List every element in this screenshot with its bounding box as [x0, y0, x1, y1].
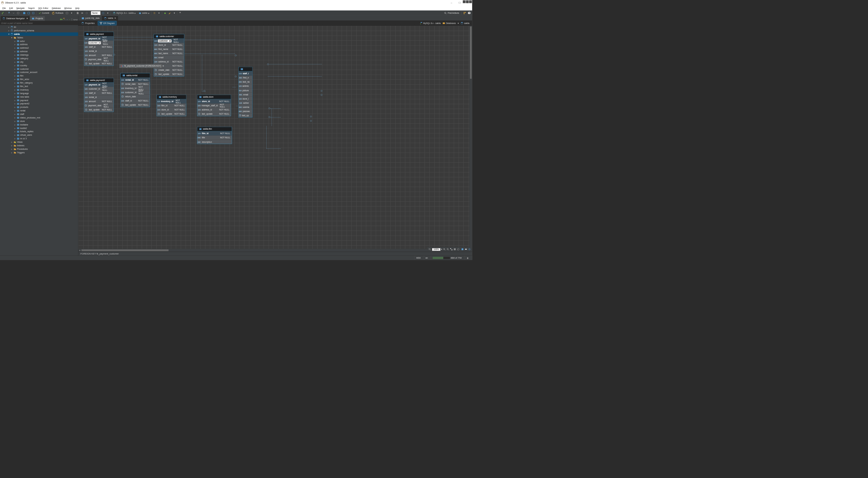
tree-row[interactable]: ▹language — [0, 92, 78, 95]
tool-icon[interactable] — [85, 11, 89, 15]
entity-column[interactable]: 123store_idNOT NULL — [157, 108, 186, 112]
entity-column[interactable]: 123customer_idNOT NULL — [154, 39, 184, 43]
entity-column[interactable]: 123rental_id — [84, 49, 113, 53]
close-icon[interactable]: ✕ — [26, 17, 28, 20]
zoom-fit-icon[interactable] — [428, 248, 431, 251]
entity-header[interactable]: sakila.inventory — [157, 95, 186, 99]
er-diagram-tab[interactable]: ER Diagram — [98, 21, 117, 25]
nav-undo-icon[interactable] — [63, 17, 66, 21]
list-icon[interactable] — [153, 11, 156, 15]
menu-navigate[interactable]: Navigate — [15, 7, 26, 10]
navigator-tab[interactable]: Database Navigator✕ — [1, 16, 29, 21]
zoom-in-icon[interactable] — [443, 248, 446, 251]
tree-row[interactable]: ▹film_category — [0, 81, 78, 85]
entity-column[interactable]: 123film_idNOT NULL — [197, 131, 232, 136]
avatar-icon[interactable] — [467, 11, 471, 15]
history-icon[interactable] — [101, 11, 105, 15]
entity-header[interactable]: sakila.payment — [84, 32, 113, 36]
entity-column[interactable]: last_updateNOT NULL — [84, 61, 113, 66]
menu-search[interactable]: Search — [27, 7, 36, 10]
er-canvas[interactable]: sakila.payment123payment_idNOT NULL123cu… — [79, 26, 472, 252]
entity-column[interactable]: ABClast_na — [239, 80, 252, 84]
entity-column[interactable]: 123addres — [239, 84, 252, 88]
tree-row[interactable]: ▹Triggers — [0, 151, 78, 154]
entity-column[interactable]: 123rental_id — [84, 95, 113, 99]
tree-row[interactable]: ▹products — [0, 106, 78, 109]
nav-min-icon[interactable]: ▭ — [73, 18, 75, 21]
tree-row[interactable]: ▹Views — [0, 140, 78, 144]
nav-max-icon[interactable]: ▭ — [75, 18, 78, 21]
zoom-input[interactable] — [432, 248, 440, 251]
entity-column[interactable]: 123amountNOT NULL — [84, 53, 113, 57]
status-lang[interactable]: en — [424, 256, 430, 260]
entity-column[interactable]: 123customer_idNOT NULL — [84, 87, 113, 91]
nav-new-icon[interactable]: ✚▾ — [60, 18, 63, 21]
tree-row[interactable]: ▹film_actor — [0, 78, 78, 81]
print-diagram-icon[interactable] — [464, 248, 467, 251]
menu-sql-editor[interactable]: SQL Editor — [37, 7, 50, 10]
tree-row[interactable]: ▹new table — [0, 95, 78, 99]
entity-rental[interactable]: sakila.rental123rental_idNOT NULLrental_… — [120, 73, 150, 107]
nav-menu-icon[interactable]: ⋮ — [71, 18, 73, 21]
tree-row[interactable]: ▹store — [0, 119, 78, 123]
entity-column[interactable]: 123payment_idNOT NULL — [84, 36, 113, 41]
entity-column[interactable]: payment_dateNOT NULL — [84, 57, 113, 61]
tree-row[interactable]: ▹bitstrings — [0, 53, 78, 57]
entity-column[interactable]: create_dateNOT NULL — [154, 68, 184, 72]
entity-column[interactable]: 123store_idNOT NULL — [197, 99, 231, 103]
entity-header[interactable]: sakila.film — [197, 127, 232, 131]
zoom-out-icon[interactable] — [446, 248, 450, 251]
nav-forward-icon[interactable]: → — [66, 18, 68, 21]
entity-column[interactable]: payment_dateNOT NULL — [84, 103, 113, 108]
entity-staff[interactable]: 123staff_iABCfirst_nABClast_na123addres0… — [239, 67, 252, 118]
entity-header[interactable]: sakila.store — [197, 95, 231, 99]
pencil-drop-icon[interactable]: ▾ — [172, 11, 176, 15]
entity-column[interactable]: 123staff_idNOT NULL — [121, 99, 150, 103]
editor-tab-sakila[interactable]: sakila ✕ — [102, 16, 118, 21]
crumb-sakila[interactable]: sakila — [461, 22, 469, 25]
tree-row[interactable]: ▹customer — [0, 67, 78, 71]
rollback-button[interactable]: Rollback — [51, 11, 64, 15]
tree-row[interactable]: ▹lm — [0, 25, 78, 29]
entity-column[interactable]: 123staff_idNOT NULL — [84, 91, 113, 95]
settings-icon[interactable] — [468, 248, 471, 251]
entity-column[interactable]: 123payment_idNOT NULL — [84, 83, 113, 87]
tree-row[interactable]: ▹address — [0, 43, 78, 47]
grid-icon[interactable] — [454, 248, 456, 251]
tree-row[interactable]: ▹payment2 — [0, 102, 78, 106]
history-drop-icon[interactable]: ▾ — [105, 11, 110, 15]
tree-row[interactable]: ▹adresse — [0, 50, 78, 54]
tree-row[interactable]: ▹tickets_replies — [0, 130, 78, 133]
navigator-search[interactable] — [0, 21, 78, 25]
tree-row[interactable]: ▹film — [0, 74, 78, 78]
commit-button[interactable]: Commit — [37, 11, 50, 15]
connection-selector[interactable]: MySQL 8.x - sakila ▾ — [112, 11, 137, 14]
entity-column[interactable]: 123store_i — [239, 96, 252, 100]
vertical-scrollbar[interactable] — [469, 26, 472, 249]
tree-row[interactable]: ▹virtual_users — [0, 133, 78, 137]
entity-payment2[interactable]: sakila.payment2123payment_idNOT NULL123c… — [84, 78, 114, 112]
tree-row[interactable]: ▾Tables — [0, 36, 78, 39]
tree-row[interactable]: ▹city — [0, 60, 78, 64]
menu-window[interactable]: Window — [63, 7, 73, 10]
entity-column[interactable]: 123rental_idNOT NULL — [121, 78, 150, 82]
entity-inventory[interactable]: sakila.inventory123inventory_idNOT NULL1… — [157, 95, 186, 116]
print-icon[interactable] — [80, 11, 84, 15]
entity-column[interactable]: ABCemail — [154, 55, 184, 60]
entity-column[interactable]: 010picture — [239, 88, 252, 92]
tree-row[interactable]: ▹country — [0, 64, 78, 67]
entity-column[interactable]: ABCfirst_nameNOT NULL — [154, 47, 184, 51]
entity-payment[interactable]: sakila.payment123payment_idNOT NULL123cu… — [84, 32, 114, 66]
entity-column[interactable]: 123inventory_idNOT NULL — [121, 86, 150, 90]
entity-column[interactable]: last_updateNOT NULL — [84, 108, 113, 112]
entity-column[interactable]: 123store_idNOT NULL — [154, 43, 184, 47]
navigator-tree[interactable]: ▹lm▹performance_schema▾sakila▾Tables▹act… — [0, 25, 78, 256]
horizontal-scrollbar[interactable]: ◂ — [79, 249, 472, 252]
new-connection-icon[interactable] — [1, 11, 5, 15]
menu-database[interactable]: Database — [51, 7, 62, 10]
nav-back-icon[interactable]: → — [68, 18, 71, 21]
tree-row[interactable]: ▹rental — [0, 109, 78, 113]
entity-column[interactable]: ABCuserna — [239, 105, 252, 109]
isolation-combo[interactable]: None — [91, 11, 100, 15]
entity-column[interactable]: rental_dateNOT NULL — [121, 82, 150, 86]
